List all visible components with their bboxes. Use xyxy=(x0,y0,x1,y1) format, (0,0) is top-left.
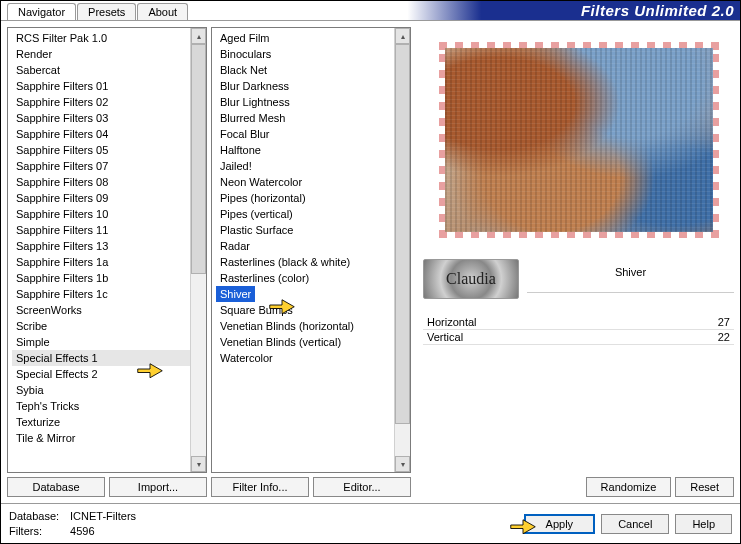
list-item[interactable]: Special Effects 2 xyxy=(12,366,190,382)
list-item[interactable]: Black Net xyxy=(216,62,394,78)
list-item[interactable]: Sapphire Filters 01 xyxy=(12,78,190,94)
list-item[interactable]: Simple xyxy=(12,334,190,350)
editor-button[interactable]: Editor... xyxy=(313,477,411,497)
list-item[interactable]: Plastic Surface xyxy=(216,222,394,238)
list-item[interactable]: Rasterlines (color) xyxy=(216,270,394,286)
list-item[interactable]: Sapphire Filters 04 xyxy=(12,126,190,142)
list-item[interactable]: Sybia xyxy=(12,382,190,398)
list-item[interactable]: Sapphire Filters 02 xyxy=(12,94,190,110)
list-item[interactable]: Sapphire Filters 08 xyxy=(12,174,190,190)
list-item[interactable]: Halftone xyxy=(216,142,394,158)
scroll-down-icon[interactable]: ▾ xyxy=(191,456,206,472)
list-item[interactable]: Focal Blur xyxy=(216,126,394,142)
filter-list[interactable]: Aged FilmBinocularsBlack NetBlur Darknes… xyxy=(211,27,411,473)
reset-button[interactable]: Reset xyxy=(675,477,734,497)
list-item[interactable]: Binoculars xyxy=(216,46,394,62)
list-item[interactable]: Blur Lightness xyxy=(216,94,394,110)
status-filters-label: Filters: xyxy=(9,524,67,539)
param-row[interactable]: Horizontal 27 xyxy=(423,315,734,330)
preview-area xyxy=(423,27,734,253)
list-item[interactable]: Sapphire Filters 07 xyxy=(12,158,190,174)
tabs: Navigator Presets About xyxy=(1,1,189,20)
status-db-value: ICNET-Filters xyxy=(70,510,136,522)
list-item[interactable]: Sapphire Filters 1a xyxy=(12,254,190,270)
list-item[interactable]: Venetian Blinds (vertical) xyxy=(216,334,394,350)
tab-presets[interactable]: Presets xyxy=(77,3,136,20)
list-item[interactable]: Sapphire Filters 09 xyxy=(12,190,190,206)
list-item[interactable]: Special Effects 1 xyxy=(12,350,190,366)
list-item[interactable]: Sapphire Filters 03 xyxy=(12,110,190,126)
list-item[interactable]: Render xyxy=(12,46,190,62)
filter-info-button[interactable]: Filter Info... xyxy=(211,477,309,497)
scrollbar[interactable]: ▴ ▾ xyxy=(394,28,410,472)
list-item[interactable]: Sapphire Filters 11 xyxy=(12,222,190,238)
titlebar: Navigator Presets About Filters Unlimite… xyxy=(1,1,740,21)
list-item[interactable]: Jailed! xyxy=(216,158,394,174)
list-item[interactable]: Teph's Tricks xyxy=(12,398,190,414)
tab-about[interactable]: About xyxy=(137,3,188,20)
list-item[interactable]: Venetian Blinds (horizontal) xyxy=(216,318,394,334)
list-item[interactable]: Watercolor xyxy=(216,350,394,366)
category-list[interactable]: RCS Filter Pak 1.0RenderSabercatSapphire… xyxy=(7,27,207,473)
list-item[interactable]: RCS Filter Pak 1.0 xyxy=(12,30,190,46)
param-value: 27 xyxy=(718,316,730,328)
param-label: Vertical xyxy=(427,331,463,343)
list-item[interactable]: Rasterlines (black & white) xyxy=(216,254,394,270)
scroll-up-icon[interactable]: ▴ xyxy=(191,28,206,44)
param-value: 22 xyxy=(718,331,730,343)
author-logo: Claudia xyxy=(423,259,519,299)
list-item[interactable]: Scribe xyxy=(12,318,190,334)
list-item[interactable]: ScreenWorks xyxy=(12,302,190,318)
preview-image xyxy=(445,48,713,232)
scroll-down-icon[interactable]: ▾ xyxy=(395,456,410,472)
list-item[interactable]: Sapphire Filters 13 xyxy=(12,238,190,254)
list-item[interactable]: Blurred Mesh xyxy=(216,110,394,126)
scroll-up-icon[interactable]: ▴ xyxy=(395,28,410,44)
list-item[interactable]: Texturize xyxy=(12,414,190,430)
list-item[interactable]: Sapphire Filters 05 xyxy=(12,142,190,158)
status-filters-value: 4596 xyxy=(70,525,94,537)
import-button[interactable]: Import... xyxy=(109,477,207,497)
current-filter-name: Shiver xyxy=(527,266,734,293)
list-item[interactable]: Pipes (vertical) xyxy=(216,206,394,222)
list-item[interactable]: Tile & Mirror xyxy=(12,430,190,446)
randomize-button[interactable]: Randomize xyxy=(586,477,672,497)
list-item[interactable]: Radar xyxy=(216,238,394,254)
cancel-button[interactable]: Cancel xyxy=(601,514,669,534)
list-item[interactable]: Pipes (horizontal) xyxy=(216,190,394,206)
list-item[interactable]: Sapphire Filters 1b xyxy=(12,270,190,286)
list-item[interactable]: Neon Watercolor xyxy=(216,174,394,190)
scrollbar[interactable]: ▴ ▾ xyxy=(190,28,206,472)
status-db-label: Database: xyxy=(9,509,67,524)
list-item[interactable]: Blur Darkness xyxy=(216,78,394,94)
list-item[interactable]: Sapphire Filters 10 xyxy=(12,206,190,222)
list-item[interactable]: Sapphire Filters 1c xyxy=(12,286,190,302)
tab-navigator[interactable]: Navigator xyxy=(7,3,76,20)
list-item[interactable]: Square Bumps xyxy=(216,302,394,318)
scroll-thumb[interactable] xyxy=(395,44,410,424)
scroll-thumb[interactable] xyxy=(191,44,206,274)
database-button[interactable]: Database xyxy=(7,477,105,497)
list-item[interactable]: Sabercat xyxy=(12,62,190,78)
app-title: Filters Unlimited 2.0 xyxy=(581,2,734,19)
param-row[interactable]: Vertical 22 xyxy=(423,330,734,345)
main-panel: RCS Filter Pak 1.0RenderSabercatSapphire… xyxy=(1,21,740,503)
apply-button[interactable]: Apply xyxy=(524,514,596,534)
param-label: Horizontal xyxy=(427,316,477,328)
parameters: Horizontal 27 Vertical 22 xyxy=(423,315,734,345)
statusbar: Database: ICNET-Filters Filters: 4596 Ap… xyxy=(1,503,740,543)
list-item[interactable]: Shiver xyxy=(216,286,255,302)
help-button[interactable]: Help xyxy=(675,514,732,534)
list-item[interactable]: Aged Film xyxy=(216,30,394,46)
